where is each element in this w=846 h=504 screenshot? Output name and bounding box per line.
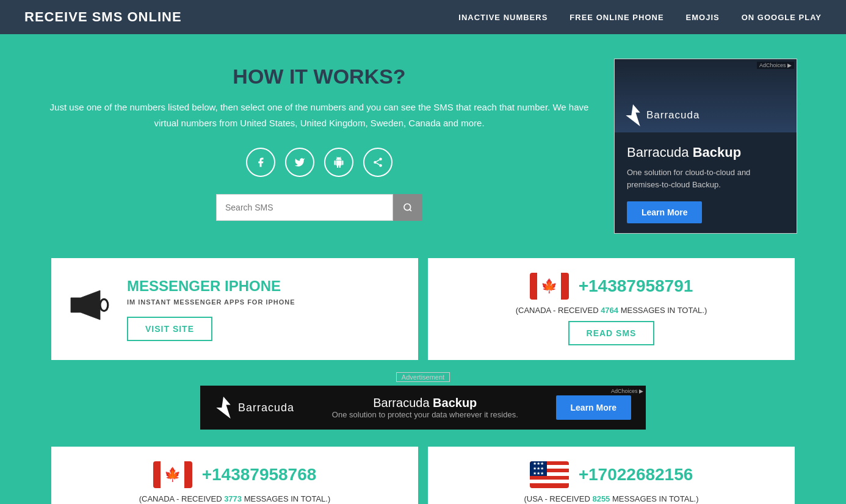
- bottom-cards-row: 🍁 +14387958768 (CANADA - RECEIVED 3773 M…: [49, 447, 797, 504]
- ad-banner-text: Barracuda Backup One solution to protect…: [306, 396, 543, 419]
- svg-point-2: [379, 164, 382, 167]
- hero-content: HOW IT WORKS? Just use one of the number…: [49, 59, 590, 221]
- svg-rect-8: [71, 298, 81, 312]
- top-cards-row: MESSENGER IPHONE IM INSTANT MESSENGER AP…: [49, 258, 797, 360]
- phone-card-2: 🍁 +14387958768 (CANADA - RECEIVED 3773 M…: [51, 447, 418, 504]
- usa-flag: ★★★★★★★★★: [530, 461, 569, 488]
- ad-banner: AdChoices ▶ Barracuda Barracuda Backup O…: [200, 386, 646, 430]
- ad-choices-label: AdChoices ▶: [757, 62, 794, 69]
- ad-banner-choices: AdChoices ▶: [611, 388, 643, 394]
- social-icons-row: [49, 148, 590, 177]
- messenger-card-title: MESSENGER IPHONE: [127, 278, 403, 295]
- ad-headline: Barracuda Backup: [627, 145, 784, 160]
- hero-section: HOW IT WORKS? Just use one of the number…: [0, 34, 846, 258]
- ad-banner-wrap: Advertisement AdChoices ▶ Barracuda Barr…: [49, 360, 797, 434]
- on-google-play-link[interactable]: ON GOOGLE PLAY: [742, 13, 822, 22]
- ad-banner-brand: Barracuda: [238, 401, 294, 414]
- svg-line-6: [410, 209, 411, 211]
- phone-meta-3: (USA - RECEIVED 8255 MESSAGES IN TOTAL.): [524, 494, 698, 503]
- svg-line-3: [376, 163, 379, 165]
- phone-number-3: +17022682156: [579, 465, 693, 484]
- read-sms-button-1[interactable]: Read SMS: [568, 321, 655, 345]
- nav-links: INACTIVE NUMBERS FREE ONLINE PHONE EMOJI…: [458, 13, 822, 22]
- canada-flag-2: 🍁: [153, 461, 192, 488]
- emojis-link[interactable]: EMOJIS: [686, 13, 720, 22]
- android-icon[interactable]: [324, 148, 353, 177]
- site-logo: RECEIVE SMS ONLINE: [24, 9, 182, 25]
- svg-point-9: [100, 299, 108, 311]
- svg-point-5: [404, 204, 411, 211]
- megaphone-icon: [66, 284, 115, 335]
- main-content: MESSENGER IPHONE IM INSTANT MESSENGER AP…: [0, 258, 846, 504]
- ad-inner: Barracuda Backup One solution for cloud-…: [615, 132, 797, 233]
- phone-number-1: +14387958791: [579, 276, 693, 296]
- navbar: RECEIVE SMS ONLINE INACTIVE NUMBERS FREE…: [0, 0, 846, 34]
- twitter-icon[interactable]: [285, 148, 314, 177]
- phone-meta-2: (CANADA - RECEIVED 3773 MESSAGES IN TOTA…: [139, 494, 331, 503]
- phone-number-2: +14387958768: [202, 465, 317, 484]
- phone-card-3-top: ★★★★★★★★★ +17022682156: [530, 461, 693, 488]
- ad-banner-label: Advertisement: [396, 372, 450, 382]
- phone-card-2-top: 🍁 +14387958768: [153, 461, 317, 488]
- facebook-icon[interactable]: [246, 148, 275, 177]
- phone-card-1: 🍁 +14387958791 (CANADA - RECEIVED 4764 M…: [428, 258, 795, 360]
- visit-site-button[interactable]: Visit Site: [127, 317, 212, 341]
- search-input[interactable]: [216, 194, 393, 221]
- svg-point-1: [374, 161, 377, 164]
- canada-flag: 🍁: [530, 273, 569, 300]
- svg-point-0: [379, 158, 382, 161]
- free-online-phone-link[interactable]: FREE ONLINE PHONE: [569, 13, 663, 22]
- ad-subtext: One solution for cloud-to-cloud and prem…: [627, 167, 784, 190]
- messenger-card: MESSENGER IPHONE IM INSTANT MESSENGER AP…: [51, 258, 418, 360]
- sidebar-ad: AdChoices ▶ Barracuda Barracuda Backup O…: [614, 59, 797, 234]
- ad-banner-headline: Barracuda Backup: [306, 396, 543, 410]
- search-button[interactable]: [393, 194, 422, 221]
- hero-description: Just use one of the numbers listed below…: [49, 99, 590, 131]
- share-icon[interactable]: [363, 148, 392, 177]
- ad-banner-logo: Barracuda: [215, 397, 294, 419]
- svg-line-4: [376, 160, 379, 162]
- phone-card-3: ★★★★★★★★★ +17022682156 (USA - RECEIVED 8…: [428, 447, 795, 504]
- barracuda-logo: Barracuda: [624, 104, 700, 126]
- search-bar: [49, 194, 590, 221]
- messenger-card-body: MESSENGER IPHONE IM INSTANT MESSENGER AP…: [127, 278, 403, 341]
- messenger-card-subtitle: IM INSTANT MESSENGER APPS FOR IPHONE: [127, 298, 403, 306]
- phone-meta-1: (CANADA - RECEIVED 4764 MESSAGES IN TOTA…: [516, 306, 707, 315]
- ad-learn-more-button[interactable]: Learn More: [627, 201, 702, 223]
- ad-banner-subtext: One solution to protect your data wherev…: [306, 410, 543, 419]
- phone-card-1-top: 🍁 +14387958791: [530, 273, 693, 300]
- barracuda-brand: Barracuda: [646, 109, 700, 121]
- inactive-numbers-link[interactable]: INACTIVE NUMBERS: [458, 13, 548, 22]
- maple-leaf-icon: 🍁: [541, 278, 557, 294]
- ad-banner-learn-more-button[interactable]: Learn More: [556, 395, 631, 420]
- hero-title: HOW IT WORKS?: [49, 65, 590, 88]
- maple-leaf-icon-2: 🍁: [164, 467, 181, 483]
